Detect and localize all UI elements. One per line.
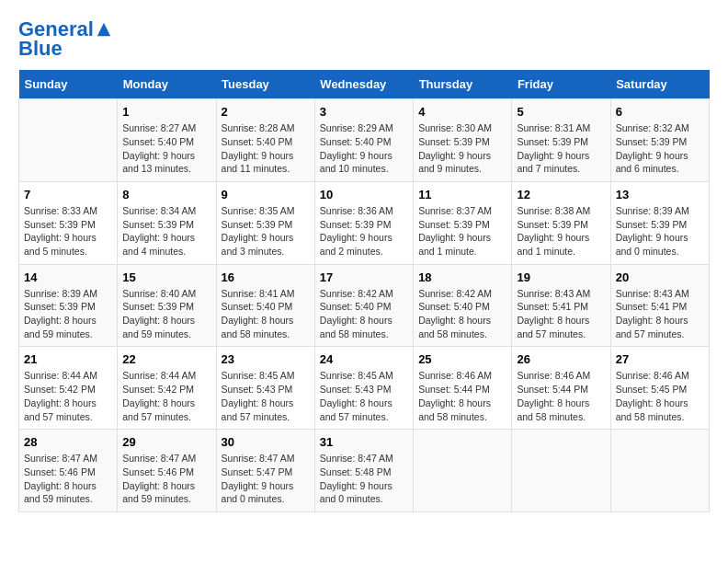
day-number: 16	[222, 270, 310, 284]
calendar-cell: 24Sunrise: 8:45 AM Sunset: 5:43 PM Dayli…	[314, 347, 413, 430]
day-number: 21	[24, 352, 112, 366]
weekday-header: Tuesday	[216, 70, 314, 99]
logo: General Blue	[18, 18, 112, 61]
calendar-cell: 18Sunrise: 8:42 AM Sunset: 5:40 PM Dayli…	[414, 264, 512, 347]
day-number: 6	[616, 105, 704, 119]
calendar-cell: 8Sunrise: 8:34 AM Sunset: 5:39 PM Daylig…	[118, 181, 216, 264]
calendar-cell: 7Sunrise: 8:33 AM Sunset: 5:39 PM Daylig…	[19, 181, 118, 264]
calendar-table: SundayMondayTuesdayWednesdayThursdayFrid…	[18, 70, 710, 512]
calendar-cell: 10Sunrise: 8:36 AM Sunset: 5:39 PM Dayli…	[314, 181, 413, 264]
weekday-header: Monday	[118, 70, 216, 99]
day-info: Sunrise: 8:44 AM Sunset: 5:42 PM Dayligh…	[122, 369, 210, 423]
day-number: 14	[24, 270, 112, 284]
day-info: Sunrise: 8:47 AM Sunset: 5:47 PM Dayligh…	[222, 452, 310, 506]
day-number: 15	[122, 270, 210, 284]
day-info: Sunrise: 8:47 AM Sunset: 5:46 PM Dayligh…	[122, 452, 210, 506]
day-number: 29	[122, 435, 210, 449]
day-number: 7	[24, 188, 112, 201]
calendar-cell: 13Sunrise: 8:39 AM Sunset: 5:39 PM Dayli…	[610, 181, 709, 264]
day-info: Sunrise: 8:34 AM Sunset: 5:39 PM Dayligh…	[122, 204, 210, 259]
day-number: 9	[222, 188, 310, 201]
day-number: 25	[418, 352, 506, 366]
day-info: Sunrise: 8:30 AM Sunset: 5:39 PM Dayligh…	[418, 121, 506, 176]
calendar-cell: 28Sunrise: 8:47 AM Sunset: 5:46 PM Dayli…	[19, 430, 118, 512]
weekday-header: Friday	[512, 70, 610, 99]
day-number: 13	[616, 188, 704, 201]
calendar-cell: 3Sunrise: 8:29 AM Sunset: 5:40 PM Daylig…	[314, 99, 413, 182]
day-number: 27	[616, 352, 704, 366]
day-info: Sunrise: 8:42 AM Sunset: 5:40 PM Dayligh…	[320, 287, 408, 341]
day-info: Sunrise: 8:45 AM Sunset: 5:43 PM Dayligh…	[222, 369, 310, 423]
day-number: 8	[122, 188, 210, 201]
day-info: Sunrise: 8:37 AM Sunset: 5:39 PM Dayligh…	[418, 204, 506, 259]
day-info: Sunrise: 8:38 AM Sunset: 5:39 PM Dayligh…	[517, 204, 605, 259]
day-number: 19	[517, 270, 605, 284]
day-number: 23	[222, 352, 310, 366]
day-number: 30	[222, 435, 310, 449]
weekday-header: Saturday	[610, 70, 709, 99]
calendar-cell: 16Sunrise: 8:41 AM Sunset: 5:40 PM Dayli…	[216, 264, 314, 347]
day-number: 31	[320, 435, 408, 449]
calendar-cell: 30Sunrise: 8:47 AM Sunset: 5:47 PM Dayli…	[216, 430, 314, 512]
calendar-cell	[610, 430, 709, 512]
day-info: Sunrise: 8:42 AM Sunset: 5:40 PM Dayligh…	[418, 287, 506, 341]
day-info: Sunrise: 8:44 AM Sunset: 5:42 PM Dayligh…	[24, 369, 112, 423]
calendar-cell: 15Sunrise: 8:40 AM Sunset: 5:39 PM Dayli…	[118, 264, 216, 347]
day-info: Sunrise: 8:43 AM Sunset: 5:41 PM Dayligh…	[616, 287, 704, 341]
day-number: 2	[222, 105, 310, 119]
day-number: 1	[122, 105, 210, 119]
day-number: 26	[517, 352, 605, 366]
calendar-cell: 25Sunrise: 8:46 AM Sunset: 5:44 PM Dayli…	[414, 347, 512, 430]
calendar-cell: 27Sunrise: 8:46 AM Sunset: 5:45 PM Dayli…	[610, 347, 709, 430]
calendar-cell: 6Sunrise: 8:32 AM Sunset: 5:39 PM Daylig…	[610, 99, 709, 182]
page-header: General Blue	[18, 18, 710, 61]
calendar-cell: 12Sunrise: 8:38 AM Sunset: 5:39 PM Dayli…	[512, 181, 610, 264]
day-number: 5	[517, 105, 605, 119]
calendar-cell: 21Sunrise: 8:44 AM Sunset: 5:42 PM Dayli…	[19, 347, 118, 430]
day-number: 3	[320, 105, 408, 119]
svg-marker-0	[97, 23, 110, 36]
calendar-cell: 17Sunrise: 8:42 AM Sunset: 5:40 PM Dayli…	[314, 264, 413, 347]
calendar-cell: 2Sunrise: 8:28 AM Sunset: 5:40 PM Daylig…	[216, 99, 314, 182]
day-info: Sunrise: 8:47 AM Sunset: 5:48 PM Dayligh…	[320, 452, 408, 506]
day-info: Sunrise: 8:33 AM Sunset: 5:39 PM Dayligh…	[24, 204, 112, 259]
weekday-header: Thursday	[414, 70, 512, 99]
calendar-header: SundayMondayTuesdayWednesdayThursdayFrid…	[19, 70, 710, 99]
day-info: Sunrise: 8:46 AM Sunset: 5:45 PM Dayligh…	[616, 369, 704, 423]
day-info: Sunrise: 8:46 AM Sunset: 5:44 PM Dayligh…	[517, 369, 605, 423]
day-info: Sunrise: 8:40 AM Sunset: 5:39 PM Dayligh…	[122, 287, 210, 341]
day-number: 18	[418, 270, 506, 284]
calendar-cell	[19, 99, 118, 182]
day-number: 12	[517, 188, 605, 201]
day-info: Sunrise: 8:32 AM Sunset: 5:39 PM Dayligh…	[616, 121, 704, 176]
day-info: Sunrise: 8:27 AM Sunset: 5:40 PM Dayligh…	[122, 121, 210, 176]
calendar-cell: 4Sunrise: 8:30 AM Sunset: 5:39 PM Daylig…	[414, 99, 512, 182]
day-number: 28	[24, 435, 112, 449]
day-info: Sunrise: 8:36 AM Sunset: 5:39 PM Dayligh…	[320, 204, 408, 259]
calendar-cell	[414, 430, 512, 512]
weekday-header: Wednesday	[314, 70, 413, 99]
weekday-header: Sunday	[19, 70, 118, 99]
calendar-cell: 22Sunrise: 8:44 AM Sunset: 5:42 PM Dayli…	[118, 347, 216, 430]
day-info: Sunrise: 8:39 AM Sunset: 5:39 PM Dayligh…	[24, 287, 112, 341]
day-number: 20	[616, 270, 704, 284]
day-info: Sunrise: 8:43 AM Sunset: 5:41 PM Dayligh…	[517, 287, 605, 341]
day-number: 17	[320, 270, 408, 284]
calendar-cell: 26Sunrise: 8:46 AM Sunset: 5:44 PM Dayli…	[512, 347, 610, 430]
calendar-cell: 11Sunrise: 8:37 AM Sunset: 5:39 PM Dayli…	[414, 181, 512, 264]
day-info: Sunrise: 8:31 AM Sunset: 5:39 PM Dayligh…	[517, 121, 605, 176]
day-info: Sunrise: 8:41 AM Sunset: 5:40 PM Dayligh…	[222, 287, 310, 341]
calendar-cell	[512, 430, 610, 512]
calendar-cell: 19Sunrise: 8:43 AM Sunset: 5:41 PM Dayli…	[512, 264, 610, 347]
calendar-cell: 31Sunrise: 8:47 AM Sunset: 5:48 PM Dayli…	[314, 430, 413, 512]
day-info: Sunrise: 8:47 AM Sunset: 5:46 PM Dayligh…	[24, 452, 112, 506]
calendar-cell: 9Sunrise: 8:35 AM Sunset: 5:39 PM Daylig…	[216, 181, 314, 264]
calendar-cell: 5Sunrise: 8:31 AM Sunset: 5:39 PM Daylig…	[512, 99, 610, 182]
day-number: 11	[418, 188, 506, 201]
calendar-cell: 23Sunrise: 8:45 AM Sunset: 5:43 PM Dayli…	[216, 347, 314, 430]
day-info: Sunrise: 8:46 AM Sunset: 5:44 PM Dayligh…	[418, 369, 506, 423]
calendar-cell: 1Sunrise: 8:27 AM Sunset: 5:40 PM Daylig…	[118, 99, 216, 182]
logo-icon	[96, 21, 112, 38]
day-number: 22	[122, 352, 210, 366]
calendar-cell: 20Sunrise: 8:43 AM Sunset: 5:41 PM Dayli…	[610, 264, 709, 347]
